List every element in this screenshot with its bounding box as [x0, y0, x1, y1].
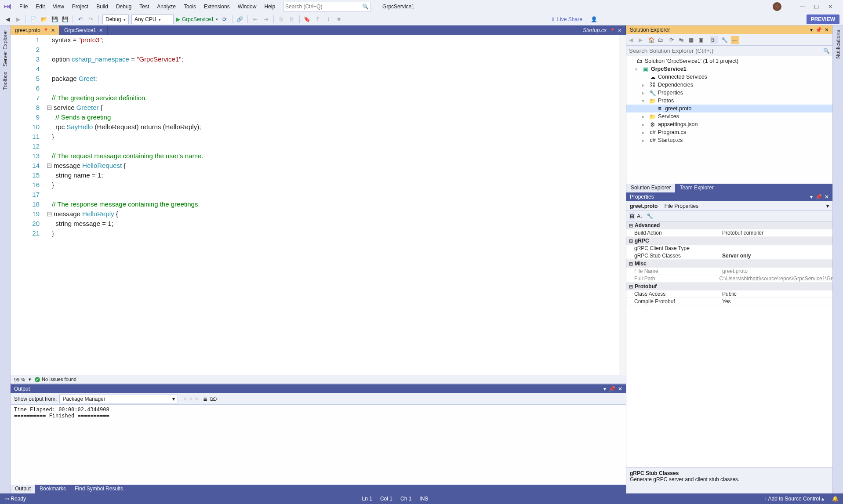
tab-startup-cs[interactable]: Startup.cs📍✕ — [578, 25, 626, 35]
new-project-icon[interactable]: 📄 — [29, 15, 37, 23]
menu-test[interactable]: Test — [136, 2, 153, 11]
project-node[interactable]: ▿▣GrpcService1 — [626, 65, 832, 73]
node-startup-cs[interactable]: ▹c#Startup.cs — [626, 136, 832, 144]
se-back-icon[interactable]: ◀ — [629, 37, 637, 43]
tab-bookmarks[interactable]: Bookmarks — [35, 485, 70, 493]
se-close-icon[interactable]: ✕ — [825, 27, 829, 33]
menu-analyze[interactable]: Analyze — [153, 2, 179, 11]
se-properties-icon[interactable]: 🔧 — [721, 37, 729, 43]
props-pin-icon[interactable]: 📌 — [815, 194, 822, 200]
live-share-button[interactable]: ⇪ Live Share — [551, 16, 582, 22]
tab-team-explorer[interactable]: Team Explorer — [675, 184, 718, 192]
se-collapse-icon[interactable]: ↹ — [679, 37, 687, 43]
code-editor[interactable]: 123456789101112131415161718192021 syntax… — [11, 35, 626, 375]
close-icon[interactable]: ✕ — [51, 28, 55, 33]
node-appsettings-json[interactable]: ▹⚙appsettings.json — [626, 120, 832, 128]
menu-tools[interactable]: Tools — [180, 2, 200, 11]
feedback-icon[interactable]: 👤 — [590, 15, 598, 23]
prop-cat-protobuf[interactable]: Protobuf — [626, 283, 832, 290]
panel-pin-icon[interactable]: 📌 — [609, 386, 615, 392]
prop-cat-misc[interactable]: Misc — [626, 260, 832, 268]
status-col[interactable]: Col 1 — [380, 496, 392, 502]
close-icon[interactable]: ✕ — [617, 28, 621, 33]
props-menu-icon[interactable]: ▾ — [810, 194, 813, 200]
se-search[interactable]: 🔍 — [626, 46, 832, 56]
tab-solution-explorer[interactable]: Solution Explorer — [626, 184, 675, 192]
node-properties[interactable]: ▹🔧Properties — [626, 89, 832, 97]
se-home-icon[interactable]: 🏠 — [648, 37, 656, 43]
props-wrench-icon[interactable]: 🔧 — [647, 213, 653, 219]
sln-root[interactable]: 🗂Solution 'GrpcService1' (1 of 1 project… — [626, 57, 832, 65]
output-prev-icon[interactable]: ≡ — [183, 396, 186, 402]
pin-icon[interactable]: 📍 — [43, 28, 48, 33]
pin-icon[interactable]: 📍 — [609, 28, 614, 33]
prop-full-path[interactable]: Full PathC:\Users\shirhatti\source\repos… — [626, 275, 832, 283]
prop-grpc-client-base-type[interactable]: gRPC Client Base Type — [626, 245, 832, 252]
tab-find-symbol[interactable]: Find Symbol Results — [70, 485, 127, 493]
indent-in-icon[interactable]: ⇥ — [262, 15, 270, 23]
menu-window[interactable]: Window — [234, 2, 260, 11]
browser-link-icon[interactable]: 🔗 — [236, 15, 244, 23]
comment-icon[interactable]: ⎘ — [277, 15, 285, 23]
node-connected-services[interactable]: ☁Connected Services — [626, 73, 832, 81]
prop-file-name[interactable]: File Namegreet.proto — [626, 268, 832, 275]
prop-build-action[interactable]: Build ActionProtobuf compiler — [626, 229, 832, 237]
save-icon[interactable]: 💾 — [51, 15, 58, 23]
notifications-icon[interactable]: 🔔 — [832, 496, 839, 502]
issues-indicator[interactable]: No issues found — [35, 377, 76, 382]
prop-grpc-stub-classes[interactable]: gRPC Stub ClassesServer only — [626, 252, 832, 260]
minimize-icon[interactable]: — — [800, 4, 806, 10]
se-fwd-icon[interactable]: ▶ — [639, 37, 647, 43]
prop-compile-protobuf[interactable]: Compile ProtobufYes — [626, 298, 832, 305]
node-services[interactable]: ▹📁Services — [626, 112, 832, 120]
tab-grpcservice1[interactable]: GrpcService1✕ — [60, 25, 108, 35]
prop-cat-advanced[interactable]: Advanced — [626, 221, 832, 229]
close-icon[interactable]: ✕ — [99, 28, 103, 33]
menu-file[interactable]: File — [16, 2, 31, 11]
start-debug-button[interactable]: GrpcService1 ▾ — [176, 16, 218, 22]
se-menu-icon[interactable]: ▾ — [810, 27, 813, 33]
zoom-caret-icon[interactable]: ▾ — [29, 377, 31, 382]
rail-toolbox[interactable]: Toolbox — [1, 69, 9, 92]
maximize-icon[interactable]: ▢ — [814, 4, 820, 10]
uncomment-icon[interactable]: ⎘ — [288, 15, 296, 23]
node-protos[interactable]: ▿📁Protos — [626, 97, 832, 105]
se-showall-icon[interactable]: ▦ — [689, 37, 697, 43]
source-control-button[interactable]: ↑ Add to Source Control ▴ — [764, 496, 824, 502]
forward-icon[interactable]: ▶ — [14, 15, 22, 23]
bookmark-icon[interactable]: 🔖 — [303, 15, 311, 23]
alpha-icon[interactable]: A↓ — [637, 213, 643, 219]
prop-grid[interactable]: AdvancedBuild ActionProtobuf compilergRP… — [626, 221, 832, 467]
status-ln[interactable]: Ln 1 — [362, 496, 372, 502]
rail-server-explorer[interactable]: Server Explorer — [1, 27, 9, 69]
se-viewcode-icon[interactable]: — — [731, 36, 739, 44]
se-refresh-icon[interactable]: ⟳ — [669, 37, 677, 43]
output-next-icon[interactable]: ≡ — [189, 396, 192, 402]
zoom-level[interactable]: 99 % — [14, 377, 25, 382]
output-body[interactable]: Time Elapsed: 00:00:02.4344908 =========… — [11, 405, 626, 485]
indent-out-icon[interactable]: ⇤ — [251, 15, 259, 23]
menu-edit[interactable]: Edit — [32, 2, 48, 11]
status-ins[interactable]: INS — [419, 496, 428, 502]
se-tree[interactable]: 🗂Solution 'GrpcService1' (1 of 1 project… — [626, 56, 832, 184]
node-dependencies[interactable]: ▹⛓Dependencies — [626, 81, 832, 89]
se-preview-icon[interactable]: ▣ — [698, 37, 706, 43]
scrollmap[interactable] — [619, 35, 626, 375]
menu-debug[interactable]: Debug — [113, 2, 135, 11]
se-scope-icon[interactable]: ⧉ — [710, 36, 718, 44]
output-source-dropdown[interactable]: Package Manager▾ — [59, 395, 178, 403]
output-clear-icon[interactable]: ≡ — [195, 396, 198, 402]
panel-menu-icon[interactable]: ▾ — [603, 386, 606, 392]
open-icon[interactable]: 📂 — [40, 15, 48, 23]
redo-icon[interactable]: ↷ — [87, 15, 95, 23]
categorize-icon[interactable]: ⊞ — [629, 212, 635, 220]
status-ch[interactable]: Ch 1 — [400, 496, 411, 502]
node-program-cs[interactable]: ▹c#Program.cs — [626, 128, 832, 136]
back-icon[interactable]: ◀ — [4, 15, 11, 23]
menu-build[interactable]: Build — [93, 2, 112, 11]
tab-greet-proto[interactable]: greet.proto📍✕ — [11, 25, 60, 35]
prev-bookmark-icon[interactable]: ⤒ — [314, 15, 322, 23]
next-bookmark-icon[interactable]: ⤓ — [324, 15, 332, 23]
prop-cat-grpc[interactable]: gRPC — [626, 237, 832, 245]
preview-badge[interactable]: PREVIEW — [807, 15, 839, 24]
